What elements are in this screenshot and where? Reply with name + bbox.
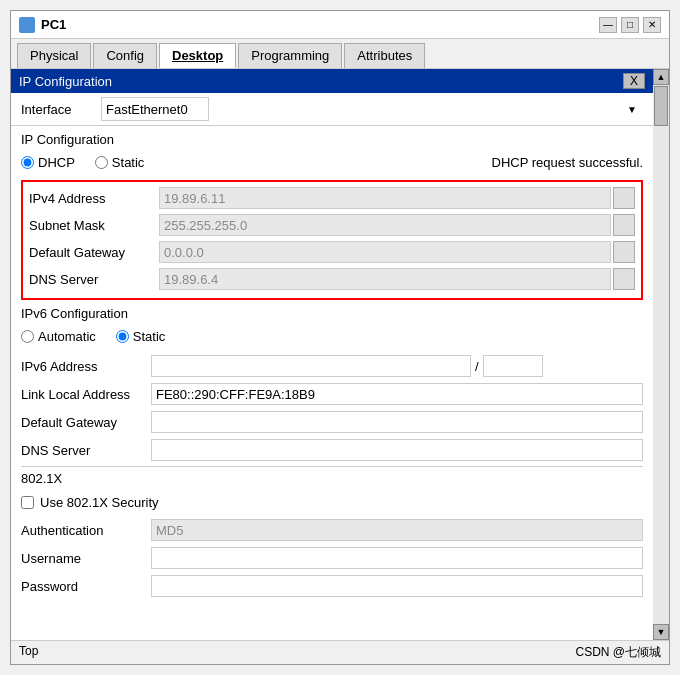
- ipv6-slash: /: [475, 359, 479, 374]
- dns-server-v6-row: DNS Server: [21, 438, 643, 462]
- ipv6-address-label: IPv6 Address: [21, 359, 151, 374]
- authentication-row: Authentication: [21, 518, 643, 542]
- subnet-mask-input[interactable]: [159, 214, 611, 236]
- ip-config-section-label: IP Configuration: [21, 132, 643, 147]
- tab-bar: Physical Config Desktop Programming Attr…: [11, 39, 669, 69]
- static-radio-label: Static: [112, 155, 145, 170]
- link-local-row: Link Local Address: [21, 382, 643, 406]
- scroll-up-btn[interactable]: ▲: [653, 69, 669, 85]
- password-row: Password: [21, 574, 643, 598]
- dns-server-v6-label: DNS Server: [21, 443, 151, 458]
- ipv6-prefix-input[interactable]: [483, 355, 543, 377]
- ipv6-addr-inputs: /: [151, 355, 543, 377]
- scroll-down-btn[interactable]: ▼: [653, 624, 669, 640]
- scrollbar[interactable]: ▲ ▼: [653, 69, 669, 640]
- dns-server-btn[interactable]: [613, 268, 635, 290]
- dns-server-row: DNS Server: [29, 267, 635, 291]
- divider-1: [21, 466, 643, 467]
- static-v6-radio[interactable]: Static: [116, 329, 166, 344]
- default-gateway-label: Default Gateway: [29, 245, 159, 260]
- static-v6-radio-label: Static: [133, 329, 166, 344]
- automatic-radio-label: Automatic: [38, 329, 96, 344]
- ipv4-address-row: IPv4 Address: [29, 186, 635, 210]
- bottom-bar: Top CSDN @七倾城: [11, 640, 669, 664]
- automatic-radio[interactable]: Automatic: [21, 329, 96, 344]
- use-8021x-label: Use 802.1X Security: [40, 495, 159, 510]
- default-gateway-input[interactable]: [159, 241, 611, 263]
- dns-server-label: DNS Server: [29, 272, 159, 287]
- authentication-label: Authentication: [21, 523, 151, 538]
- static-radio-input[interactable]: [95, 156, 108, 169]
- dns-server-input[interactable]: [159, 268, 611, 290]
- interface-label: Interface: [21, 102, 101, 117]
- default-gateway-v6-row: Default Gateway: [21, 410, 643, 434]
- password-label: Password: [21, 579, 151, 594]
- default-gateway-v6-label: Default Gateway: [21, 415, 151, 430]
- use-8021x-row: Use 802.1X Security: [21, 490, 643, 514]
- tab-config[interactable]: Config: [93, 43, 157, 68]
- tab-programming[interactable]: Programming: [238, 43, 342, 68]
- window-title: PC1: [41, 17, 66, 32]
- ipv6-address-row: IPv6 Address /: [21, 354, 643, 378]
- 8021x-section-label: 802.1X: [21, 471, 643, 486]
- username-row: Username: [21, 546, 643, 570]
- tab-physical[interactable]: Physical: [17, 43, 91, 68]
- tab-attributes[interactable]: Attributes: [344, 43, 425, 68]
- ipv6-radio-group: Automatic Static: [21, 325, 643, 348]
- static-v6-radio-input[interactable]: [116, 330, 129, 343]
- ipv6-address-input[interactable]: [151, 355, 471, 377]
- dhcp-status: DHCP request successful.: [492, 155, 644, 170]
- tab-desktop[interactable]: Desktop: [159, 43, 236, 68]
- minimize-button[interactable]: —: [599, 17, 617, 33]
- dhcp-radio-input[interactable]: [21, 156, 34, 169]
- bottom-right: CSDN @七倾城: [575, 644, 661, 661]
- ipv4-config-section: IP Configuration DHCP Static DHCP reques…: [11, 126, 653, 608]
- ipv4-highlighted-box: IPv4 Address Subnet Mask Default Gateway: [21, 180, 643, 300]
- link-local-input[interactable]: [151, 383, 643, 405]
- dhcp-radio[interactable]: DHCP: [21, 155, 75, 170]
- interface-select-wrap: FastEthernet0: [101, 97, 643, 121]
- close-button[interactable]: ✕: [643, 17, 661, 33]
- maximize-button[interactable]: □: [621, 17, 639, 33]
- ip-config-close-button[interactable]: X: [623, 73, 645, 89]
- automatic-radio-input[interactable]: [21, 330, 34, 343]
- title-bar-left: PC1: [19, 17, 66, 33]
- ipv4-address-input[interactable]: [159, 187, 611, 209]
- app-icon: [19, 17, 35, 33]
- authentication-input: [151, 519, 643, 541]
- ipv6-config-section-label: IPv6 Configuration: [21, 306, 643, 321]
- ipv4-address-label: IPv4 Address: [29, 191, 159, 206]
- subnet-mask-btn[interactable]: [613, 214, 635, 236]
- default-gateway-row: Default Gateway: [29, 240, 635, 264]
- ip-config-title: IP Configuration: [19, 74, 112, 89]
- username-input[interactable]: [151, 547, 643, 569]
- password-input[interactable]: [151, 575, 643, 597]
- interface-select[interactable]: FastEthernet0: [101, 97, 209, 121]
- username-label: Username: [21, 551, 151, 566]
- subnet-mask-row: Subnet Mask: [29, 213, 635, 237]
- bottom-left: Top: [19, 644, 38, 661]
- subnet-mask-label: Subnet Mask: [29, 218, 159, 233]
- link-local-label: Link Local Address: [21, 387, 151, 402]
- dhcp-static-radio-group: DHCP Static DHCP request successful.: [21, 151, 643, 174]
- dns-server-v6-input[interactable]: [151, 439, 643, 461]
- ip-config-header: IP Configuration X: [11, 69, 653, 93]
- scroll-thumb[interactable]: [654, 86, 668, 126]
- default-gateway-btn[interactable]: [613, 241, 635, 263]
- dhcp-radio-label: DHCP: [38, 155, 75, 170]
- main-content: IP Configuration X Interface FastEtherne…: [11, 69, 669, 640]
- static-radio[interactable]: Static: [95, 155, 145, 170]
- use-8021x-checkbox-item[interactable]: Use 802.1X Security: [21, 495, 159, 510]
- window-controls: — □ ✕: [599, 17, 661, 33]
- interface-row: Interface FastEthernet0: [11, 93, 653, 126]
- ipv4-address-btn[interactable]: [613, 187, 635, 209]
- default-gateway-v6-input[interactable]: [151, 411, 643, 433]
- use-8021x-checkbox[interactable]: [21, 496, 34, 509]
- scroll-track: [653, 85, 669, 624]
